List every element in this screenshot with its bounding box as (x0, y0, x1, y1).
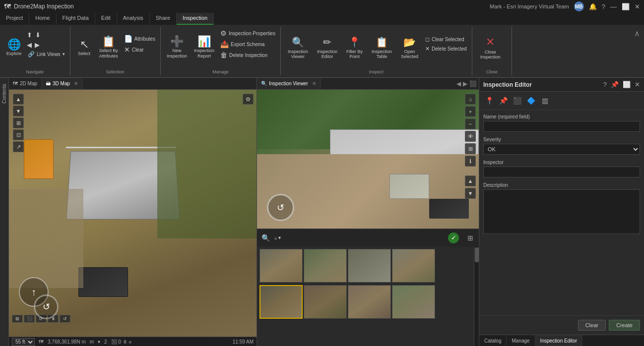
help-btn[interactable]: ? (602, 3, 605, 10)
tool-table-btn[interactable]: ▥ (539, 95, 551, 107)
tab-inspection[interactable]: Inspection (177, 13, 214, 25)
viewer-home-btn[interactable]: ⌂ (465, 94, 476, 105)
insp-viewer-icon: 🔍 (292, 36, 304, 48)
editor-float-btn[interactable]: ⬜ (623, 81, 631, 88)
thumbnail-1[interactable] (259, 249, 303, 283)
thumbnail-6[interactable] (304, 285, 347, 319)
attributes-btn[interactable]: 📄 Attributes (122, 34, 157, 44)
thumbnails-scrollbar[interactable] (474, 246, 479, 346)
inspection-table-btn[interactable]: 📋 InspectionTable (368, 35, 396, 60)
tool-polygon-btn[interactable]: 🔷 (525, 95, 537, 107)
viewer-info-btn[interactable]: ℹ (465, 156, 476, 167)
map-share[interactable]: ↗ (13, 141, 24, 152)
nav-grid-btn[interactable]: ⊞ (12, 315, 23, 323)
tab-home[interactable]: Home (29, 13, 56, 25)
close-window-btn[interactable]: ✕ (635, 3, 640, 10)
nav-up-icon[interactable]: ⬆ (26, 30, 33, 40)
map-settings[interactable]: ⚙ (243, 94, 254, 105)
viewer-maximize[interactable]: ⬛ (469, 80, 477, 87)
filmstrip-check-btn[interactable]: ✓ (448, 232, 459, 243)
explore-btn[interactable]: 🌐 Explore (3, 38, 25, 58)
viewer-nav-up[interactable]: ▲ (465, 175, 476, 186)
bottom-tab-manage[interactable]: Manage (507, 335, 535, 346)
filter-by-point-btn[interactable]: 📍 Filter ByPoint (342, 35, 367, 60)
thumbnail-8[interactable] (392, 285, 435, 319)
user-avatar[interactable]: MB (574, 1, 584, 11)
inspection-viewer-btn[interactable]: 🔍 InspectionViewer (284, 35, 312, 60)
filmstrip-filter-btn[interactable]: ⬦ ▾ (274, 234, 281, 241)
viewer-zoom-out-btn[interactable]: − (465, 118, 476, 129)
minimize-btn[interactable]: — (610, 3, 617, 10)
tab-edit[interactable]: Edit (95, 13, 117, 25)
clear-selected-btn[interactable]: ◻ Clear Selected (423, 35, 469, 44)
map-zoom-nav-up[interactable]: ▲ (13, 94, 24, 105)
thumbnail-2[interactable] (304, 249, 347, 283)
map-zoom-nav-down[interactable]: ▼ (13, 106, 24, 116)
maximize-btn[interactable]: ⬜ (622, 3, 630, 10)
editor-pin-btn[interactable]: 📌 (611, 81, 619, 88)
nav-expand-btn[interactable]: ⬛ (24, 315, 35, 323)
nav-forward-icon[interactable]: ▶ (34, 40, 41, 50)
filmstrip-search-btn[interactable]: 🔍 (260, 232, 271, 243)
nav-down-icon[interactable]: ⬇ (34, 30, 42, 40)
tool-point-btn[interactable]: 📍 (483, 95, 495, 107)
tab-project[interactable]: Project (0, 13, 29, 25)
nav-refresh-btn[interactable]: ↺ (60, 315, 70, 323)
thumbnail-4[interactable] (392, 249, 435, 283)
close-inspection-btn[interactable]: ✕ CloseInspection (475, 35, 506, 60)
delete-inspection-btn[interactable]: 🗑 Delete Inspection (218, 50, 277, 60)
bottom-tab-inspection-editor[interactable]: Inspection Editor (535, 335, 583, 346)
new-inspection-btn[interactable]: ➕ NewInspection (164, 35, 190, 60)
viewer-adjust-btn[interactable]: ⊞ (465, 143, 476, 154)
close-viewer-tab[interactable]: ✕ (312, 81, 316, 86)
select-by-attr-btn[interactable]: 📋 Select ByAttributes (96, 35, 121, 60)
clear-selection-btn[interactable]: ✕ Clear (122, 45, 157, 55)
scale-select[interactable]: 55 ft (12, 338, 35, 346)
viewer-visibility-btn[interactable]: 👁 (465, 131, 476, 142)
notification-btn[interactable]: 🔔 (589, 3, 597, 10)
export-schema-icon: 📤 (220, 40, 229, 48)
nav-back-icon[interactable]: ◀ (26, 40, 33, 50)
map-grid[interactable]: ⊡ (13, 129, 24, 140)
tab-inspection-viewer[interactable]: 🔍 Inspection Viewer ✕ (257, 78, 321, 89)
viewer-main-image[interactable]: ⌂ + − 👁 ⊞ ℹ ▲ ▼ ↺ (257, 90, 479, 229)
description-textarea[interactable] (483, 189, 640, 234)
select-btn[interactable]: ↖ Select (73, 38, 95, 58)
viewer-nav-down[interactable]: ▼ (465, 188, 476, 199)
bottom-tab-catalog[interactable]: Catalog (479, 335, 507, 346)
open-selected-btn[interactable]: 📂 OpenSelected (397, 35, 422, 60)
export-schema-btn[interactable]: 📤 Export Schema (218, 39, 277, 49)
create-btn[interactable]: Create (609, 320, 640, 331)
link-views-btn[interactable]: 🔗 Link Views ▾ (26, 50, 67, 58)
link-views-dropdown[interactable]: ▾ (63, 52, 65, 57)
close-insp-label: CloseInspection (480, 50, 501, 59)
inspector-input[interactable] (483, 167, 640, 177)
inspection-editor-btn[interactable]: ✏ InspectionEditor (313, 35, 341, 60)
tab-2d-map[interactable]: 🗺 2D Map (9, 78, 42, 89)
tab-flight-data[interactable]: Flight Data (57, 13, 95, 25)
close-3d-map[interactable]: ✕ (74, 81, 78, 86)
thumbnail-3[interactable] (348, 249, 391, 283)
tool-location-btn[interactable]: 📌 (497, 95, 509, 107)
name-input[interactable] (483, 121, 640, 132)
viewer-scroll-right[interactable]: ▶ (463, 80, 467, 87)
map-container[interactable]: ↑ ▲ ▼ ⊞ ⊡ ↗ ⚙ ⊞ ⬛ ⟳ ⏸ ↺ (9, 90, 257, 337)
delete-selected-btn[interactable]: ✕ Delete Selected (423, 45, 469, 53)
tool-rectangle-btn[interactable]: ⬛ (511, 95, 523, 107)
map-zoom-in[interactable]: ⊞ (13, 117, 24, 128)
editor-close-btn[interactable]: ✕ (635, 81, 640, 88)
severity-select[interactable]: OK Low Medium High Critical (483, 144, 640, 155)
tab-analysis[interactable]: Analysis (117, 13, 150, 25)
filmstrip-grid-btn[interactable]: ⊞ (465, 232, 476, 243)
viewer-zoom-in-btn[interactable]: + (465, 106, 476, 117)
tab-share[interactable]: Share (150, 13, 177, 25)
tab-3d-map[interactable]: 🏔 3D Map ✕ (42, 78, 82, 89)
thumbnail-7[interactable] (348, 285, 391, 319)
ribbon-collapse-btn[interactable]: ∧ (630, 27, 644, 75)
editor-help-btn[interactable]: ? (603, 81, 607, 88)
viewer-scroll-left[interactable]: ◀ (456, 80, 461, 87)
inspection-properties-btn[interactable]: ⚙ Inspection Properties (218, 28, 277, 38)
thumbnail-5[interactable] (259, 285, 303, 319)
clear-btn[interactable]: Clear (578, 320, 606, 331)
inspection-report-btn[interactable]: 📊 InspectionReport (191, 35, 217, 60)
